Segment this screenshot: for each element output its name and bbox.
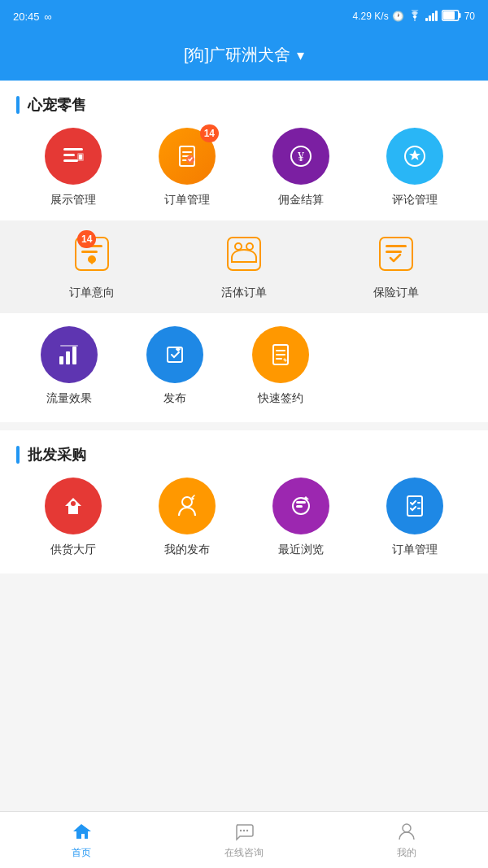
home-nav-icon: [70, 820, 93, 843]
dingdan1-label: 订单管理: [164, 193, 210, 207]
dingdan1-item[interactable]: 14 订单管理: [134, 128, 240, 207]
svg-rect-40: [296, 501, 306, 504]
status-bar: 20:45 ∞ 4.29 K/s 🕐: [0, 0, 488, 33]
gonghuo-label: 供货大厅: [50, 543, 96, 557]
pifa-row1: 供货大厅 我的发布: [0, 478, 488, 557]
gonghuo-item[interactable]: 供货大厅: [20, 478, 126, 557]
svg-rect-0: [425, 18, 428, 21]
zuijin-icon-circle: [272, 478, 329, 534]
svg-rect-41: [296, 505, 303, 508]
pifa-title: 批发采购: [0, 445, 488, 478]
svg-rect-28: [386, 251, 402, 253]
svg-point-47: [246, 830, 248, 831]
svg-point-25: [246, 243, 253, 250]
gray-row: 14 订单意向: [0, 220, 488, 313]
svg-rect-9: [63, 159, 78, 162]
battery-level: 70: [464, 11, 475, 22]
title-bar: [16, 96, 20, 114]
zhanshi-item[interactable]: 展示管理: [20, 128, 126, 207]
chevron-down-icon[interactable]: ▾: [297, 46, 304, 64]
wifi-icon: [407, 10, 422, 24]
yongjin-icon-circle: ¥: [272, 128, 329, 185]
person-nav-icon: [395, 820, 418, 843]
svg-rect-29: [59, 356, 63, 364]
svg-rect-37: [276, 358, 282, 360]
svg-rect-44: [417, 508, 420, 509]
time: 20:45: [13, 11, 40, 23]
network-speed: 4.29 K/s: [353, 11, 389, 22]
yixiang-label: 订单意向: [69, 286, 115, 300]
huoti-label: 活体订单: [221, 286, 267, 300]
svg-point-45: [240, 830, 242, 831]
svg-rect-13: [182, 151, 192, 153]
yongjin-label: 佣金结算: [278, 193, 324, 207]
zuijin-label: 最近浏览: [278, 543, 324, 557]
svg-rect-8: [63, 154, 75, 156]
dingdan1-badge: 14: [200, 124, 219, 142]
nav-consult[interactable]: 在线咨询: [163, 812, 325, 868]
pinglun-label: 评论管理: [392, 193, 438, 207]
xinchong-row1: 展示管理 14 订单管理: [0, 128, 488, 207]
dingdan2-icon-circle: [386, 478, 443, 534]
pinglun-item[interactable]: 评论管理: [362, 128, 468, 207]
qianyue-label: 快速签约: [258, 391, 303, 406]
svg-rect-43: [417, 502, 420, 504]
svg-rect-31: [72, 347, 76, 364]
infinity-icon: ∞: [45, 11, 52, 23]
fabu-item[interactable]: 发布: [122, 326, 228, 406]
pifa-title-bar: [16, 446, 20, 464]
svg-point-38: [71, 501, 76, 506]
svg-rect-30: [66, 351, 70, 364]
consult-nav-label: 在线咨询: [224, 846, 264, 860]
signal-icon: [425, 10, 438, 24]
svg-rect-2: [432, 13, 434, 21]
svg-rect-32: [60, 345, 78, 347]
fabu-icon-circle: [146, 326, 203, 383]
fabu-label: 发布: [163, 391, 186, 406]
pinglun-icon-circle: [386, 128, 443, 185]
xinchong-title: 心宠零售: [0, 95, 488, 128]
svg-point-48: [403, 824, 411, 832]
huoti-item[interactable]: 活体订单: [169, 233, 320, 300]
mine-nav-label: 我的: [397, 846, 416, 860]
svg-rect-11: [79, 155, 82, 159]
svg-rect-35: [276, 350, 285, 351]
svg-rect-42: [407, 496, 422, 516]
zuijin-item[interactable]: 最近浏览: [248, 478, 354, 557]
baoxian-wrapper: [376, 233, 416, 277]
yongjin-item[interactable]: ¥ 佣金结算: [248, 128, 354, 207]
status-right: 4.29 K/s 🕐 70: [353, 10, 475, 24]
xinchong-row3: 流量效果 发布: [0, 326, 488, 406]
qianyue-icon-circle: [252, 326, 309, 383]
svg-rect-27: [386, 245, 407, 247]
yixiang-wrapper: 14: [72, 233, 112, 277]
yixiang-item[interactable]: 14 订单意向: [17, 233, 168, 300]
chat-nav-icon: [233, 820, 255, 843]
home-nav-label: 首页: [72, 846, 91, 860]
wodeFabu-icon-circle: [159, 478, 216, 534]
xinchong-section: 心宠零售 展示管理 14: [0, 81, 488, 422]
liuliang-item[interactable]: 流量效果: [16, 326, 122, 406]
zhanshi-icon-circle: [45, 128, 102, 185]
pifa-section: 批发采购 供货大厅: [0, 430, 488, 574]
svg-rect-1: [429, 15, 431, 21]
qianyue-item[interactable]: 快速签约: [228, 326, 333, 406]
svg-rect-5: [459, 13, 461, 18]
baoxian-item[interactable]: 保险订单: [320, 233, 471, 300]
dingdan2-item[interactable]: 订单管理: [362, 478, 468, 557]
nav-home[interactable]: 首页: [0, 812, 163, 868]
svg-rect-22: [81, 251, 98, 253]
nav-mine[interactable]: 我的: [325, 812, 488, 868]
svg-rect-36: [276, 354, 285, 355]
liuliang-label: 流量效果: [46, 391, 92, 406]
baoxian-label: 保险订单: [373, 286, 419, 300]
svg-rect-6: [443, 11, 455, 20]
svg-rect-26: [380, 238, 412, 270]
status-left: 20:45 ∞: [13, 11, 52, 23]
zhanshi-label: 展示管理: [50, 193, 96, 207]
svg-point-46: [243, 830, 245, 831]
svg-rect-3: [435, 11, 438, 21]
wodeFabu-item[interactable]: 我的发布: [134, 478, 240, 557]
dingdan2-label: 订单管理: [392, 543, 438, 557]
liuliang-icon-circle: [41, 326, 98, 383]
